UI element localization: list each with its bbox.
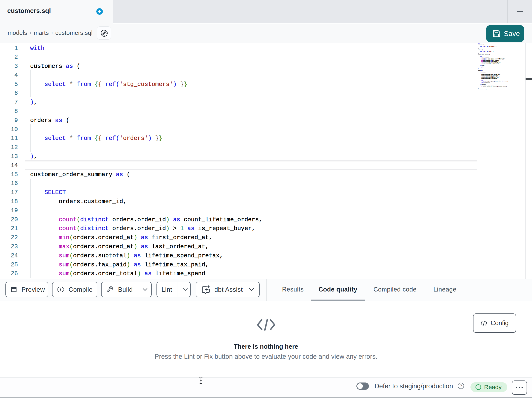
- svg-text:?: ?: [460, 384, 462, 388]
